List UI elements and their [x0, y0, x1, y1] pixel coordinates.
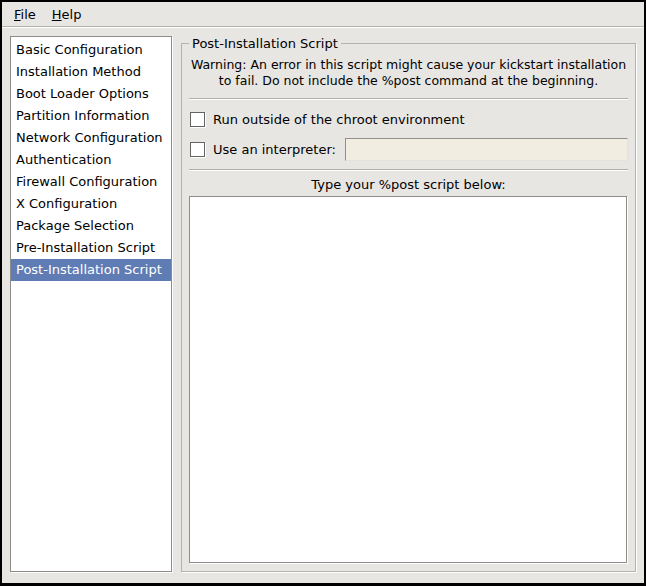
section-list-item[interactable]: Package Selection: [11, 215, 171, 237]
warning-line-2: to fail. Do not include the %post comman…: [188, 73, 629, 89]
section-list-item[interactable]: Network Configuration: [11, 127, 171, 149]
section-list: Basic ConfigurationInstallation MethodBo…: [10, 36, 172, 572]
menu-help[interactable]: Help: [44, 5, 90, 24]
warning-line-1: Warning: An error in this script might c…: [188, 57, 629, 73]
interpreter-checkbox-label[interactable]: Use an interpreter:: [213, 142, 336, 157]
section-list-item[interactable]: X Configuration: [11, 193, 171, 215]
section-list-item[interactable]: Post-Installation Script: [11, 259, 171, 281]
script-label: Type your %post script below:: [188, 177, 629, 192]
chroot-checkbox[interactable]: [190, 112, 205, 127]
separator: [189, 98, 628, 100]
menu-file[interactable]: File: [6, 5, 44, 24]
interpreter-input[interactable]: [345, 138, 628, 161]
post-script-textarea[interactable]: [189, 196, 627, 563]
interpreter-checkbox[interactable]: [190, 142, 205, 157]
chroot-row: Run outside of the chroot environment: [190, 108, 628, 130]
warning-text: Warning: An error in this script might c…: [188, 53, 629, 98]
section-list-item[interactable]: Installation Method: [11, 61, 171, 83]
section-list-item[interactable]: Basic Configuration: [11, 39, 171, 61]
main-content: Basic ConfigurationInstallation MethodBo…: [2, 27, 644, 583]
post-installation-script-panel: Post-Installation Script Warning: An err…: [181, 36, 636, 572]
section-list-item[interactable]: Pre-Installation Script: [11, 237, 171, 259]
interpreter-row: Use an interpreter:: [190, 138, 628, 160]
kickstart-configurator-window: File Help Basic ConfigurationInstallatio…: [0, 0, 646, 586]
chroot-checkbox-label[interactable]: Run outside of the chroot environment: [213, 112, 465, 127]
panel-legend: Post-Installation Script: [189, 36, 341, 51]
section-list-item[interactable]: Firewall Configuration: [11, 171, 171, 193]
separator: [189, 169, 628, 171]
section-list-item[interactable]: Boot Loader Options: [11, 83, 171, 105]
menubar: File Help: [2, 2, 644, 27]
section-list-item[interactable]: Authentication: [11, 149, 171, 171]
section-list-item[interactable]: Partition Information: [11, 105, 171, 127]
